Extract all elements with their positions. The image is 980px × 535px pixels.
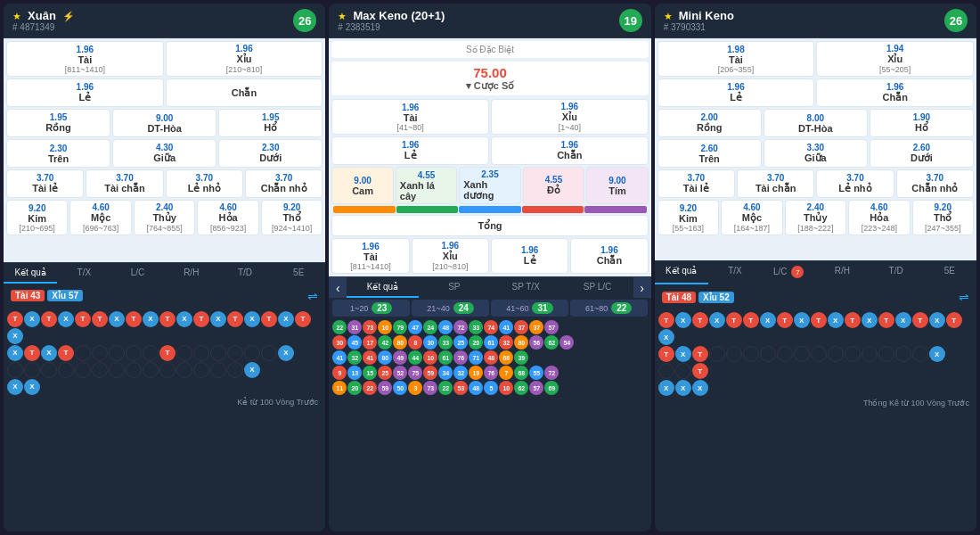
nav-right[interactable]: › <box>633 277 651 298</box>
tab-sp-tx-mk[interactable]: SP T/X <box>490 277 561 298</box>
mink-rong[interactable]: 2.00 Rồng <box>657 109 762 137</box>
mink-dt-hoa[interactable]: 8.00 DT-Hòa <box>764 109 868 137</box>
mball: 11 <box>332 381 347 395</box>
tab-lc-mink[interactable]: L/C 7 <box>762 261 815 284</box>
mink-duoi[interactable]: 2.60 Dưới <box>870 139 974 168</box>
mk-xanh-duong[interactable]: 2.35 Xanh dương <box>459 167 520 204</box>
mk-tai-b[interactable]: 1.96 Tài [811~1410] <box>331 238 409 274</box>
mink-chan[interactable]: 1.96 Chẵn <box>816 78 974 107</box>
tab-td-xuan[interactable]: T/D <box>218 263 272 284</box>
xuan-tai[interactable]: 1.96 Tài [811~1410] <box>6 41 164 77</box>
mball: 72 <box>453 320 468 334</box>
tab-tx-mink[interactable]: T/X <box>708 261 762 284</box>
range-61-80: 61~80 22 <box>570 300 648 317</box>
tab-sp-mk[interactable]: SP <box>419 277 490 298</box>
mink-tai-chan[interactable]: 3.70 Tài chẵn <box>737 169 814 198</box>
xuan-chan[interactable]: Chẵn <box>166 78 323 107</box>
xuan-tho[interactable]: 9.20 Thổ [924~1410] <box>261 200 323 235</box>
tab-5e-xuan[interactable]: 5E <box>272 263 325 284</box>
tab-ket-qua-mink[interactable]: Kết quả <box>655 261 708 284</box>
xuan-dt-hoa[interactable]: 9.00 DT-Hòa <box>112 109 216 137</box>
lc-badge: 7 <box>791 266 804 278</box>
ball: X <box>244 362 260 378</box>
ball: T <box>159 311 176 327</box>
mink-tho[interactable]: 9.20 Thổ [247~355] <box>912 200 974 235</box>
mink-hoa[interactable]: 4.60 Hỏa [223~248] <box>848 200 910 235</box>
xuan-le[interactable]: 1.96 Lẻ <box>6 78 164 107</box>
mini-keno-bet-grid: 1.98 Tài [206~355] 1.94 Xỉu [55~205] 1.9… <box>655 38 976 260</box>
swap-icon-mink[interactable]: ⇌ <box>959 290 969 304</box>
mk-le-b[interactable]: 1.96 Lẻ <box>491 238 568 274</box>
mball: 10 <box>499 381 513 395</box>
mink-thuy[interactable]: 2.40 Thủy [188~222] <box>785 200 846 235</box>
mk-le[interactable]: 1.96 Lẻ <box>331 136 489 165</box>
mk-cam[interactable]: 9.00 Cam <box>331 167 393 204</box>
mk-do[interactable]: 4.55 Đỏ <box>523 167 584 204</box>
tab-rh-mink[interactable]: R/H <box>815 261 869 284</box>
mink-xiu[interactable]: 1.94 Xỉu [55~205] <box>816 41 974 77</box>
swap-icon-xuan[interactable]: ⇌ <box>307 289 318 303</box>
mk-tim[interactable]: 9.00 Tím <box>586 167 648 204</box>
xuan-thuy[interactable]: 2.40 Thủy [764~855] <box>134 200 195 235</box>
ball: T <box>777 312 793 328</box>
tab-sp-lc-mk[interactable]: SP L/C <box>561 277 633 298</box>
xuan-duoi[interactable]: 2.30 Dưới <box>218 139 323 168</box>
xuan-ho[interactable]: 1.95 Hổ <box>218 109 323 137</box>
mink-le[interactable]: 1.96 Lẻ <box>657 78 815 107</box>
mink-ho[interactable]: 1.90 Hổ <box>870 109 974 137</box>
mk-row-2: 1.96 Lẻ 1.96 Chẵn <box>331 136 648 165</box>
mball: 41 <box>332 350 347 365</box>
mk-xiu-b[interactable]: 1.96 Xỉu [210~810] <box>412 238 489 274</box>
xuan-moc[interactable]: 4.60 Mộc [696~763] <box>69 200 131 235</box>
ball-empty <box>176 345 192 361</box>
nav-left[interactable]: ‹ <box>329 277 347 298</box>
xuan-row-3: 1.95 Rồng 9.00 DT-Hòa 1.95 Hổ <box>6 109 323 137</box>
mball: 54 <box>559 335 574 350</box>
mink-moc[interactable]: 4.60 Mộc [164~187] <box>721 200 782 235</box>
xuan-tai-le[interactable]: 3.70 Tài lẻ <box>6 169 84 198</box>
ball-empty <box>126 362 142 378</box>
tab-5e-mink[interactable]: 5E <box>923 261 976 284</box>
mink-kim[interactable]: 9.20 Kim [55~163] <box>657 200 719 235</box>
mink-tai-le[interactable]: 3.70 Tài lẻ <box>657 169 735 198</box>
mink-tai[interactable]: 1.98 Tài [206~355] <box>657 41 815 77</box>
mink-le-nho[interactable]: 3.70 Lẻ nhỏ <box>816 169 894 198</box>
tab-tx-xuan[interactable]: T/X <box>57 263 110 284</box>
xuan-rong[interactable]: 1.95 Rồng <box>6 109 110 137</box>
xuan-chan-nho[interactable]: 3.70 Chẵn nhỏ <box>245 169 323 198</box>
ball: X <box>58 311 74 327</box>
ball-empty <box>675 363 691 379</box>
mk-tai[interactable]: 1.96 Tài [41~80] <box>331 99 489 135</box>
mink-tren[interactable]: 2.60 Trên <box>657 139 762 168</box>
mball: 10 <box>423 350 437 365</box>
mk-xiu[interactable]: 1.96 Xỉu [1~40] <box>491 99 649 135</box>
color-seg-xanh-la <box>396 206 458 213</box>
tab-ket-qua-xuan[interactable]: Kết quả <box>4 263 57 284</box>
xuan-tai-chan[interactable]: 3.70 Tài chẵn <box>86 169 163 198</box>
mini-keno-kv-text: Thống Kê từ 100 Vòng Trước <box>658 397 973 409</box>
xuan-hoa[interactable]: 4.60 Hỏa [856~923] <box>197 200 258 235</box>
ball-empty <box>862 346 878 362</box>
tab-ket-qua-mk[interactable]: Kết quả <box>347 277 418 298</box>
ball-empty <box>193 362 209 378</box>
mball: 33 <box>469 320 483 334</box>
mball: 75 <box>408 366 422 380</box>
xuan-le-nho[interactable]: 3.70 Lẻ nhỏ <box>166 169 243 198</box>
ball: X <box>143 311 159 327</box>
tab-lc-xuan[interactable]: L/C <box>110 263 164 284</box>
color-seg-cam <box>333 206 395 213</box>
range-badge-1-20: 23 <box>372 302 392 314</box>
xuan-giua[interactable]: 4.30 Giữa <box>112 139 216 168</box>
mball: 41 <box>499 320 513 334</box>
mk-chan-b[interactable]: 1.96 Chẵn <box>570 238 648 274</box>
tab-td-mink[interactable]: T/D <box>870 261 923 284</box>
xuan-kim[interactable]: 9.20 Kim [210~695] <box>6 200 68 235</box>
mk-xanh-la[interactable]: 4.55 Xanh lá cây <box>396 167 457 204</box>
color-seg-tim <box>584 206 646 213</box>
xuan-tren[interactable]: 2.30 Trên <box>6 139 110 168</box>
mk-chan[interactable]: 1.96 Chẵn <box>491 136 649 165</box>
tab-rh-xuan[interactable]: R/H <box>165 263 218 284</box>
mink-chan-nho[interactable]: 3.70 Chẵn nhỏ <box>896 169 974 198</box>
xuan-xiu[interactable]: 1.96 Xỉu [210~810] <box>166 41 323 77</box>
mink-giua[interactable]: 3.30 Giữa <box>764 139 868 168</box>
